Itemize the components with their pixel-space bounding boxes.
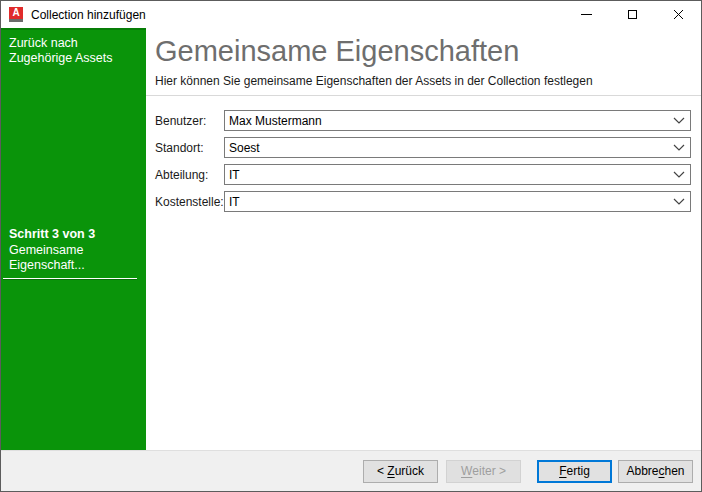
title-bar: A Collection hinzufügen bbox=[1, 1, 701, 28]
step-underline bbox=[3, 278, 137, 279]
kostenstelle-label: Kostenstelle: bbox=[155, 195, 224, 209]
step-label: Schritt 3 von 3 bbox=[9, 227, 138, 242]
close-button[interactable] bbox=[655, 1, 701, 28]
abteilung-label: Abteilung: bbox=[155, 168, 224, 182]
dialog-body: Zurück nach Zugehörige Assets Schritt 3 … bbox=[1, 28, 701, 450]
main-content: Gemeinsame Eigenschaften Hier können Sie… bbox=[146, 28, 701, 450]
benutzer-label: Benutzer: bbox=[155, 114, 224, 128]
abteilung-dropdown-button[interactable] bbox=[668, 165, 690, 184]
header-divider bbox=[146, 95, 701, 96]
standort-label: Standort: bbox=[155, 141, 224, 155]
zurueck-button-label: < bbox=[377, 464, 387, 478]
field-row-kostenstelle: Kostenstelle: IT bbox=[146, 191, 701, 212]
app-icon-base bbox=[9, 19, 23, 22]
step-name: Gemeinsame Eigenschaft... bbox=[9, 243, 138, 273]
app-icon: A bbox=[9, 7, 23, 22]
sidebar-back-link[interactable]: Zurück nach Zugehörige Assets bbox=[1, 28, 146, 66]
chevron-down-icon bbox=[673, 117, 685, 124]
abbrechen-button-label: Abbre bbox=[626, 464, 658, 478]
kostenstelle-combobox[interactable]: IT bbox=[224, 191, 691, 212]
kostenstelle-value: IT bbox=[225, 195, 668, 209]
page-title: Gemeinsame Eigenschaften bbox=[155, 34, 701, 68]
app-icon-letter: A bbox=[9, 7, 23, 19]
abteilung-value: IT bbox=[225, 168, 668, 182]
standort-dropdown-button[interactable] bbox=[668, 138, 690, 157]
zurueck-button[interactable]: < Zurück bbox=[363, 460, 438, 483]
minimize-button[interactable] bbox=[563, 1, 609, 28]
chevron-down-icon bbox=[673, 171, 685, 178]
benutzer-value: Max Mustermann bbox=[225, 114, 668, 128]
button-bar: < Zurück Weiter > Fertig Abbrechen bbox=[1, 450, 701, 491]
field-row-benutzer: Benutzer: Max Mustermann bbox=[146, 110, 701, 131]
page-subtitle: Hier können Sie gemeinsame Eigenschaften… bbox=[155, 74, 701, 88]
properties-form: Benutzer: Max Mustermann Standort: Soest bbox=[146, 110, 701, 212]
standort-combobox[interactable]: Soest bbox=[224, 137, 691, 158]
maximize-button[interactable] bbox=[609, 1, 655, 28]
dialog-window: A Collection hinzufügen Zurück nach Zuge… bbox=[0, 0, 702, 492]
maximize-icon bbox=[628, 10, 637, 19]
abteilung-combobox[interactable]: IT bbox=[224, 164, 691, 185]
standort-value: Soest bbox=[225, 141, 668, 155]
chevron-down-icon bbox=[673, 144, 685, 151]
abbrechen-button[interactable]: Abbrechen bbox=[618, 460, 693, 483]
close-icon bbox=[673, 9, 684, 20]
fertig-button[interactable]: Fertig bbox=[537, 460, 612, 483]
back-link-line2: Zugehörige Assets bbox=[9, 51, 138, 66]
kostenstelle-dropdown-button[interactable] bbox=[668, 192, 690, 211]
weiter-button[interactable]: Weiter > bbox=[446, 460, 521, 483]
step-indicator: Schritt 3 von 3 Gemeinsame Eigenschaft..… bbox=[1, 227, 146, 279]
window-title: Collection hinzufügen bbox=[31, 8, 146, 22]
benutzer-combobox[interactable]: Max Mustermann bbox=[224, 110, 691, 131]
benutzer-dropdown-button[interactable] bbox=[668, 111, 690, 130]
field-row-standort: Standort: Soest bbox=[146, 137, 701, 158]
chevron-down-icon bbox=[673, 198, 685, 205]
minimize-icon bbox=[581, 14, 592, 15]
field-row-abteilung: Abteilung: IT bbox=[146, 164, 701, 185]
window-controls bbox=[563, 1, 701, 28]
back-link-line1: Zurück nach bbox=[9, 36, 138, 51]
wizard-sidebar: Zurück nach Zugehörige Assets Schritt 3 … bbox=[1, 28, 146, 450]
